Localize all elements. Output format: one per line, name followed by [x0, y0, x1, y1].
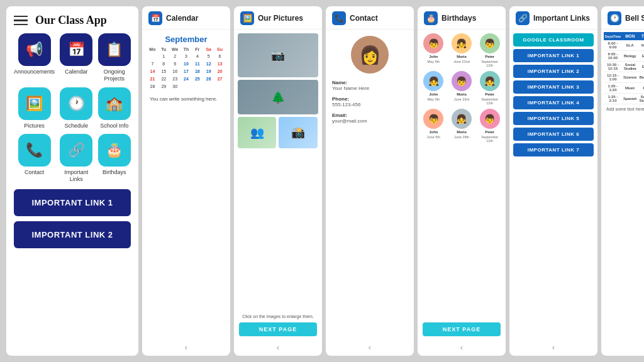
link-item-3[interactable]: IMPORTANT LINK 3 — [513, 80, 594, 94]
picture-1[interactable]: 📷 — [238, 33, 318, 77]
calendar-prev[interactable]: ‹ — [185, 343, 187, 352]
link-item-6[interactable]: IMPORTANT LINK 6 — [513, 128, 594, 141]
cal-day-30: 30 — [170, 83, 180, 90]
hamburger-menu[interactable] — [14, 16, 28, 26]
bell-cell-0-tue: Math — [638, 40, 644, 51]
cal-day-25: 25 — [192, 75, 203, 82]
cal-day-28: 28 — [147, 83, 158, 90]
bell-cell-3-mon: Science — [622, 72, 638, 83]
icon-grid: 📢 Announcements 📅 Calendar 📋 Ongoing Pro… — [14, 33, 131, 183]
cal-day-10: 10 — [181, 60, 192, 67]
links-prev[interactable]: ‹ — [552, 343, 555, 352]
link-item-4[interactable]: IMPORTANT LINK 4 — [513, 96, 594, 109]
bell-cell-4-tue: PE — [638, 83, 644, 94]
bday-item-4: 👦 Maria June 23rd — [450, 71, 474, 105]
bday-grid: 👦 John May 5th 👧 Maria June 22nd 👦 Peter… — [421, 33, 502, 143]
cal-day-15: 15 — [158, 68, 169, 75]
important-link-2-button[interactable]: IMPORTANT LINK 2 — [14, 221, 131, 248]
link-item-5[interactable]: IMPORTANT LINK 5 — [513, 112, 594, 125]
icon-item-pictures[interactable]: 🖼️ Pictures — [14, 87, 55, 129]
picture-2[interactable]: 🌲 — [238, 80, 318, 114]
panel-contact: 📞 Contact 👩 Name: Your Name Here Phone: … — [326, 6, 414, 356]
cal-day-22: 22 — [158, 75, 169, 82]
birthdays-nav: ‹ — [418, 339, 506, 356]
cal-day-4: 4 — [192, 53, 203, 60]
icon-item-announcements[interactable]: 📢 Announcements — [14, 33, 55, 82]
bell-cell-5-mon: Spanish — [622, 94, 638, 104]
contact-label: Contact — [25, 169, 44, 176]
bday-item-5: 👧 Peter September 12th — [477, 71, 502, 105]
contact-name-field: Name: Your Name Here — [332, 80, 408, 91]
bell-cell-4-mon: Music — [622, 83, 638, 94]
pictures-title: Our Pictures — [258, 14, 303, 23]
bell-title: Bell Schedule — [625, 14, 644, 23]
bday-item-7: 👧 Maria June 28th — [450, 109, 474, 143]
contact-email-field: Email: your@mail.com — [332, 112, 408, 124]
cal-day-9: 9 — [170, 60, 180, 67]
important-link-1-button[interactable]: IMPORTANT LINK 1 — [14, 189, 131, 216]
links-header: 🔗 Important Links — [509, 6, 597, 30]
bell-icon: 🕐 — [608, 11, 621, 25]
announcements-label: Announcements — [14, 69, 55, 75]
bday-item-2: 👦 Peter September 12th — [477, 33, 502, 67]
contact-prev[interactable]: ‹ — [369, 343, 371, 352]
contact-phone-label: Phone: — [332, 96, 408, 102]
birthdays-next-page[interactable]: NEXT PAGE — [423, 322, 501, 336]
picture-4[interactable]: 📸 — [279, 117, 317, 148]
bday-item-6: 👦 John June 5th — [421, 109, 446, 143]
link-item-2[interactable]: IMPORTANT LINK 2 — [513, 65, 594, 78]
app-title: Our Class App — [35, 14, 107, 27]
pictures-prev[interactable]: ‹ — [277, 343, 279, 352]
cal-day-21: 21 — [147, 75, 158, 82]
bell-cell-2-tue: ELA — [638, 62, 644, 72]
icon-item-contact[interactable]: 📞 Contact — [14, 134, 55, 183]
bell-cell-2-mon: Social Studies — [622, 62, 638, 72]
bday-name-7: Maria — [457, 130, 467, 134]
bday-date-8: September 12th — [477, 135, 502, 143]
cal-day-20: 20 — [214, 68, 225, 75]
pictures-icon: 🖼️ — [240, 11, 254, 25]
link-item-7[interactable]: IMPORTANT LINK 7 — [513, 143, 594, 156]
cal-header-Mon: Mo — [147, 47, 158, 52]
icon-item-important-links[interactable]: 🔗 Important Links — [60, 134, 92, 183]
announcements-icon: 📢 — [18, 33, 51, 66]
icon-item-ongoing-projects[interactable]: 📋 Ongoing Projects — [98, 33, 131, 82]
bday-avatar-6: 👦 — [423, 109, 443, 129]
cal-day-18: 18 — [192, 68, 203, 75]
birthdays-prev[interactable]: ‹ — [460, 343, 463, 352]
icon-item-birthdays[interactable]: 🎂 Birthdays — [98, 134, 131, 183]
pictures-grid: 📷 🌲 👥 📸 — [234, 30, 322, 313]
contact-email-label: Email: — [332, 112, 408, 118]
contact-email-value: your@mail.com — [332, 118, 408, 124]
bell-row-3: 12:15 - 1:00ScienceBiologySpanishScience… — [604, 72, 644, 83]
schedule-icon: 🕐 — [60, 87, 92, 120]
icon-item-schedule[interactable]: 🕐 Schedule — [60, 87, 92, 129]
cal-day-26: 26 — [203, 75, 214, 82]
link-item-0[interactable]: GOOGLE CLASSROOM — [513, 33, 594, 47]
bday-name-6: John — [429, 130, 438, 134]
cal-grid: MoTuWeThFrSaSu12345678910111213141516171… — [147, 47, 225, 90]
link-item-1[interactable]: IMPORTANT LINK 1 — [513, 49, 594, 62]
birthdays-body: 👦 John May 5th 👧 Maria June 22nd 👦 Peter… — [418, 30, 506, 320]
school-info-label: School Info — [100, 123, 128, 129]
bell-table: Days/TimeMONTUEWEDTHUFRI8:00 - 9:00ELAMa… — [604, 32, 644, 104]
contact-phone-field: Phone: 555-123-456 — [332, 96, 408, 107]
bday-date-0: May 5th — [428, 60, 440, 63]
contact-title: Contact — [350, 14, 378, 23]
bell-row-0: 8:00 - 9:00ELAMathPEBiologyArt — [604, 40, 644, 51]
icon-item-calendar[interactable]: 📅 Calendar — [60, 33, 92, 82]
icon-item-school-info[interactable]: 🏫 School Info — [98, 87, 131, 129]
pictures-next-page[interactable]: NEXT PAGE — [239, 322, 317, 336]
contact-avatar: 👩 — [351, 36, 389, 74]
cal-day-6: 6 — [214, 53, 225, 60]
bday-avatar-1: 👧 — [452, 33, 472, 53]
cal-day-8: 8 — [158, 60, 169, 67]
cal-day-29: 29 — [158, 83, 169, 90]
pictures-header: 🖼️ Our Pictures — [234, 6, 322, 30]
bell-cell-2-time: 10:30 - 12:15 — [604, 62, 622, 72]
picture-3[interactable]: 👥 — [238, 117, 276, 148]
bday-date-2: September 12th — [477, 60, 502, 67]
cal-header-Sat: Sa — [203, 47, 214, 52]
bday-date-5: September 12th — [477, 97, 502, 105]
panel-links: 🔗 Important Links GOOGLE CLASSROOMIMPORT… — [509, 6, 597, 356]
